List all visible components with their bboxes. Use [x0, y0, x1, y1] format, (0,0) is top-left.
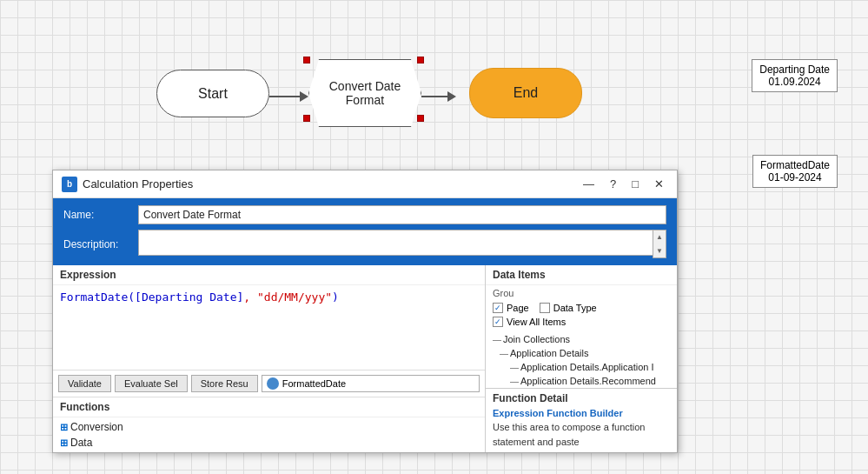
dialog-icon: b — [62, 177, 77, 192]
expression-content[interactable]: FormatDate([Departing Date], "dd/MM/yyy"… — [53, 285, 485, 370]
func-icon-data: ⊞ — [60, 437, 68, 449]
evaluate-button[interactable]: Evaluate Sel — [115, 375, 188, 392]
tree-application-details[interactable]: — Application Details — [489, 346, 673, 360]
checkbox-view-all-row: ✓ View All Items — [486, 315, 677, 329]
dialog-titlebar: b Calculation Properties — ? □ ✕ — [53, 170, 677, 198]
convert-node[interactable]: Convert DateFormat — [308, 59, 421, 127]
arrow-convert-end — [421, 91, 456, 102]
expr-string: , "dd/MM/yyy" — [243, 290, 332, 304]
tree-branch-app-i: — — [510, 363, 519, 372]
dialog-controls: — ? □ ✕ — [579, 176, 668, 192]
functions-list: ⊞ Conversion ⊞ Data — [53, 417, 485, 452]
sel-dot-bl — [303, 115, 310, 122]
checkbox-data-type-label: Data Type — [553, 303, 597, 313]
description-wrap: ▲ ▼ — [138, 230, 666, 258]
start-node[interactable]: Start — [156, 70, 269, 117]
tree-app-application-i[interactable]: — Application Details.Application I — [489, 360, 673, 374]
function-detail-sub: Expression Function Builder — [493, 408, 670, 418]
end-node[interactable]: End — [469, 68, 582, 118]
name-input[interactable] — [138, 205, 666, 224]
data-items-header: Data Items — [486, 265, 677, 285]
tree-branch-app: — — [500, 349, 508, 358]
checkbox-page-row: ✓ Page Data Type — [486, 301, 677, 315]
help-button[interactable]: ? — [606, 176, 620, 192]
checkbox-page-label: Page — [507, 303, 529, 313]
validate-button[interactable]: Validate — [58, 375, 111, 392]
flow-diagram: Start Convert DateFormat End — [87, 43, 739, 174]
description-scrollbar: ▲ ▼ — [653, 230, 666, 258]
dialog-body: Expression FormatDate([Departing Date], … — [53, 265, 677, 452]
store-result-value: FormattedDate — [282, 378, 346, 389]
tree-branch-join: — — [493, 335, 501, 344]
func-label-data: Data — [70, 437, 92, 449]
checkbox-data-type[interactable] — [540, 303, 550, 313]
tree-join-collections[interactable]: — Join Collections — [489, 332, 673, 346]
start-label: Start — [198, 86, 228, 102]
dialog-title-left: b Calculation Properties — [62, 177, 193, 192]
convert-label: Convert DateFormat — [329, 79, 401, 107]
func-item-conversion[interactable]: ⊞ Conversion — [60, 419, 478, 435]
arrow-start-convert — [269, 91, 308, 102]
description-input[interactable] — [138, 230, 666, 256]
formatted-date-value: 01-09-2024 — [760, 171, 830, 184]
sel-dot-br — [417, 115, 424, 122]
dialog-header: Name: Description: ▲ ▼ — [53, 198, 677, 265]
close-button[interactable]: ✕ — [650, 176, 668, 192]
sel-dot-tr — [417, 57, 424, 63]
dialog-title-text: Calculation Properties — [83, 177, 193, 190]
formatted-date-title: FormattedDate — [760, 159, 830, 171]
minimize-button[interactable]: — — [579, 176, 599, 192]
function-detail-text: Use this area to compose a function stat… — [493, 420, 670, 449]
checkbox-view-all-label: View All Items — [507, 317, 566, 327]
expr-var: [Departing Date] — [135, 290, 243, 304]
checkbox-view-all[interactable]: ✓ — [493, 317, 503, 327]
func-item-data[interactable]: ⊞ Data — [60, 435, 478, 451]
departing-date-title: Departing Date — [759, 63, 830, 76]
functions-header: Functions — [53, 397, 485, 417]
function-detail-header: Function Detail — [493, 392, 670, 404]
departing-date-annotation: Departing Date 01.09.2024 — [752, 59, 838, 92]
expression-panel: Expression FormatDate([Departing Date], … — [53, 265, 486, 452]
scroll-down[interactable]: ▼ — [653, 244, 666, 258]
departing-date-value: 01.09.2024 — [759, 76, 830, 88]
data-items-tree: — Join Collections — Application Details… — [486, 329, 677, 388]
sel-dot-tl — [303, 57, 310, 63]
func-icon-conversion: ⊞ — [60, 422, 68, 433]
store-icon — [267, 377, 279, 390]
store-result-button[interactable]: Store Resu — [191, 375, 258, 392]
name-label: Name: — [63, 209, 133, 221]
data-group-label: Grou — [486, 285, 677, 301]
func-label-conversion: Conversion — [70, 421, 123, 433]
formatted-date-annotation: FormattedDate 01-09-2024 — [752, 155, 838, 188]
checkbox-page[interactable]: ✓ — [493, 303, 503, 313]
tree-app-recommend[interactable]: — Application Details.Recommend — [489, 374, 673, 388]
store-result-field[interactable]: FormattedDate — [262, 375, 480, 392]
calculation-properties-dialog: b Calculation Properties — ? □ ✕ Name: D… — [52, 170, 678, 453]
data-items-panel: Data Items Grou ✓ Page Data Type ✓ View … — [486, 265, 677, 452]
description-label: Description: — [63, 238, 133, 250]
expr-bracket: ) — [332, 290, 339, 304]
function-detail-section: Function Detail Expression Function Buil… — [486, 388, 677, 452]
end-label: End — [514, 85, 538, 101]
expression-footer: Validate Evaluate Sel Store Resu Formatt… — [53, 370, 485, 397]
maximize-button[interactable]: □ — [627, 176, 643, 192]
scroll-up[interactable]: ▲ — [653, 230, 666, 244]
expr-keyword: FormatDate( — [60, 290, 135, 304]
tree-branch-app-r: — — [510, 377, 519, 386]
expression-header: Expression — [53, 265, 485, 285]
